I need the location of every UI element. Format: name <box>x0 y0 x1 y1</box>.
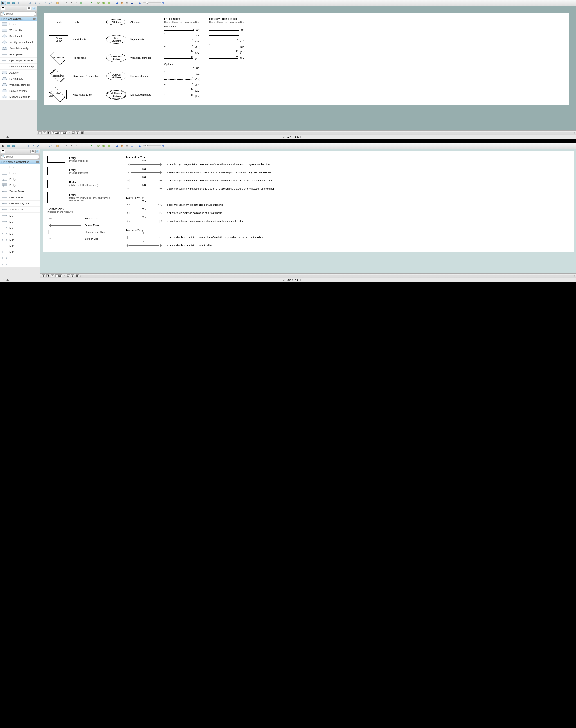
palette-item[interactable]: Entity <box>0 170 40 176</box>
participation-line[interactable]: 1(0:1) <box>164 29 200 32</box>
entity-shape[interactable]: Entity <box>49 19 69 25</box>
palette-item[interactable]: Recursive relationship <box>0 64 37 70</box>
page-next-button[interactable]: ▶ <box>51 274 54 277</box>
palette-item[interactable]: Multivalue attribute <box>0 94 37 100</box>
participation-line[interactable]: 1N(1:N) <box>209 46 245 48</box>
palette-item[interactable]: Key attribute <box>0 76 37 82</box>
participation-line[interactable]: M(0:M) <box>164 52 200 54</box>
relationship-line[interactable]: ≻○M:M○≺ <box>126 203 162 207</box>
palette-item[interactable]: M:1 <box>0 213 40 219</box>
relationship-line[interactable]: ≻|M:1○⊢ <box>126 178 162 183</box>
print-tool[interactable] <box>125 144 129 148</box>
relationship-line[interactable]: ≻| <box>48 223 81 228</box>
rect-tool[interactable] <box>6 144 11 148</box>
zoom-select[interactable]: Custom 79% <box>52 131 67 134</box>
palette-item[interactable]: Entity <box>0 21 37 27</box>
grid-view-tab[interactable]: ▦ <box>30 150 34 153</box>
horizontal-scrollbar[interactable] <box>85 131 575 134</box>
page-prev-button[interactable]: ◀ <box>43 131 46 134</box>
palette-item[interactable]: Relationship <box>0 33 37 39</box>
derived-attribute-shape[interactable]: Derived attribute <box>106 72 126 80</box>
print-tool[interactable] <box>125 1 129 5</box>
group-tool-3[interactable] <box>107 144 111 148</box>
align-tool-2[interactable] <box>84 1 88 5</box>
palette-header[interactable]: ERD, crow's foot notation – <box>0 160 40 164</box>
palette-item[interactable]: M:M <box>0 243 40 249</box>
associative-entity-shape[interactable]: Associative Entity <box>49 90 66 99</box>
connector-tool-1[interactable] <box>23 1 28 5</box>
palette-item[interactable]: Identifying relationship <box>0 39 37 46</box>
palette-item[interactable]: 1:1 <box>0 261 40 267</box>
rect-tool[interactable] <box>6 1 11 5</box>
palette-item[interactable]: M:1 <box>0 231 40 237</box>
relationship-line[interactable]: ╫1:1○⊢ <box>126 235 162 239</box>
participation-line[interactable]: 11(1:1) <box>209 34 245 37</box>
align-tool-2[interactable] <box>84 144 88 148</box>
palette-item[interactable]: Attribute <box>0 70 37 76</box>
distribute-tool[interactable] <box>88 1 93 5</box>
connector-tool-6[interactable] <box>48 144 53 148</box>
identifying-relationship-shape[interactable]: Relationship <box>49 71 66 81</box>
participation-line[interactable]: 1M(1:M) <box>209 57 245 59</box>
relationship-line[interactable]: ≻○M:1╫ <box>126 170 162 175</box>
participation-line[interactable]: N(0:N) <box>209 40 245 42</box>
palette-item[interactable]: Weak key attribute <box>0 82 37 88</box>
eyedropper-tool[interactable] <box>130 144 134 148</box>
zoom-in-icon[interactable] <box>115 1 119 5</box>
palette-item[interactable]: Zero or One <box>0 207 40 213</box>
palette-item[interactable]: Zero or More <box>0 188 40 194</box>
connector-tool-5[interactable] <box>43 1 48 5</box>
page-prev-button[interactable]: ◀ <box>46 274 50 277</box>
clipboard-tool[interactable] <box>55 1 60 5</box>
zoom-in-icon[interactable] <box>115 144 119 148</box>
page-first-button[interactable]: ‖ <box>38 131 41 134</box>
participation-line[interactable]: 1M(1:M) <box>164 57 200 60</box>
palette-item[interactable]: Optional participation <box>0 58 37 64</box>
search-tab[interactable]: 🔍 <box>32 6 36 10</box>
align-tool-1[interactable] <box>79 1 83 5</box>
zoom-out-button[interactable] <box>138 144 143 148</box>
entity-shape[interactable] <box>48 167 65 175</box>
line-tool-1[interactable] <box>64 144 68 148</box>
relationship-line[interactable]: ⊦○ <box>48 237 81 241</box>
weak-key-attribute-shape[interactable]: Weak key attribute <box>106 54 126 62</box>
participation-line[interactable]: M(0:M) <box>164 89 200 92</box>
page-next-button[interactable]: ▶ <box>48 131 51 134</box>
connector-tool-2[interactable] <box>28 1 33 5</box>
entity-shape[interactable] <box>48 180 65 188</box>
connector-tool-6[interactable] <box>48 1 53 5</box>
view-mode-3[interactable]: ▦ <box>76 274 79 277</box>
ellipse-tool[interactable] <box>11 1 16 5</box>
search-input[interactable] <box>1 12 36 16</box>
search-tab[interactable]: 🔍 <box>35 150 39 153</box>
palette-item[interactable]: M:M <box>0 237 40 243</box>
page-first-button[interactable]: ‖ <box>42 274 45 277</box>
ellipse-tool[interactable] <box>11 144 16 148</box>
attribute-shape[interactable]: Attribute <box>106 19 126 25</box>
connector-tool-1[interactable] <box>21 144 26 148</box>
connector-tool-4[interactable] <box>36 144 40 148</box>
participation-line[interactable]: 1N(1:N) <box>164 46 200 49</box>
palette-header[interactable]: ERD, Chen's nota... – <box>0 17 37 21</box>
hand-tool[interactable] <box>120 144 124 148</box>
key-attribute-shape[interactable]: Key attribute <box>106 35 126 43</box>
relationship-line[interactable]: ╫1:1╫ <box>126 243 162 247</box>
table-tool[interactable] <box>16 1 21 5</box>
eyedropper-tool[interactable] <box>130 1 134 5</box>
palette-item[interactable]: M:1 <box>0 225 40 231</box>
line-tool-2[interactable] <box>68 1 73 5</box>
zoom-slider[interactable] <box>143 146 161 146</box>
distribute-tool[interactable] <box>88 144 93 148</box>
participation-line[interactable]: 11(1:1) <box>164 35 200 37</box>
palette-item[interactable]: Entity <box>0 182 40 188</box>
participation-line[interactable]: 1N(1:N) <box>164 84 200 86</box>
line-tool-1[interactable] <box>64 1 68 5</box>
participation-line[interactable]: N(0:N) <box>164 40 200 43</box>
pointer-tool[interactable] <box>1 1 6 5</box>
relationship-line[interactable]: ≻○M:M|≺ <box>126 219 162 223</box>
entity-shape[interactable] <box>48 156 65 162</box>
participation-line[interactable]: 1(0:1) <box>164 67 200 69</box>
palette-item[interactable]: Entity <box>0 164 40 170</box>
participation-line[interactable]: 1M(1:M) <box>164 95 200 98</box>
relationship-line[interactable]: ≻○M:1○⊢ <box>126 186 162 191</box>
